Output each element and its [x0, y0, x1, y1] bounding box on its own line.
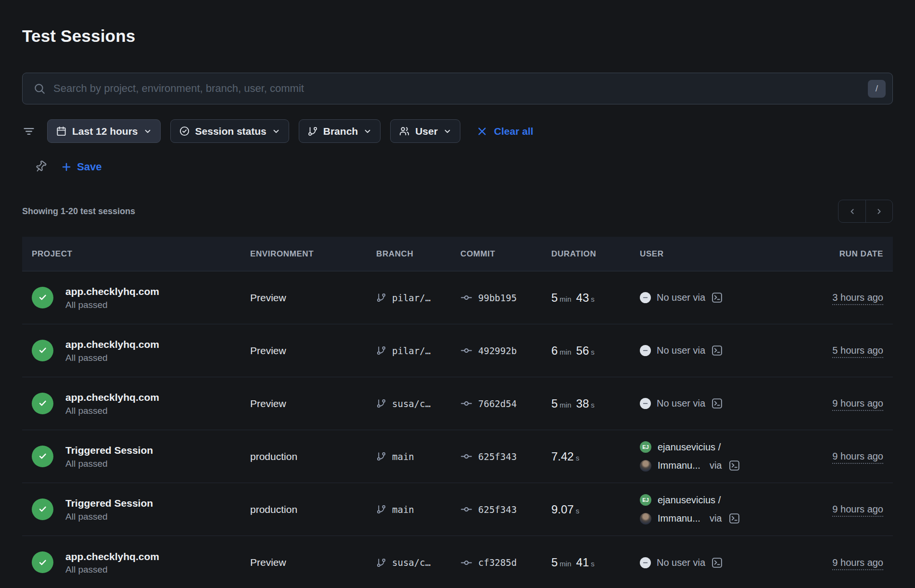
- no-user-row: No user via: [640, 292, 787, 304]
- clear-all-button[interactable]: Clear all: [477, 126, 534, 137]
- table-row[interactable]: Triggered Session All passed production …: [22, 430, 893, 483]
- commit-cell: cf3285d: [460, 557, 551, 569]
- branch-name: pilar/…: [392, 293, 431, 303]
- environment-cell: production: [250, 451, 376, 462]
- chevron-down-icon: [443, 127, 452, 136]
- branch-name: main: [392, 504, 414, 515]
- terminal-icon: [711, 397, 723, 409]
- branch-cell: pilar/…: [376, 345, 460, 356]
- branch-cell: susa/c…: [376, 557, 460, 568]
- duration-cell: 6min56s: [551, 344, 640, 358]
- commit-cell: 625f343: [460, 503, 551, 515]
- search-bar: /: [22, 73, 893, 104]
- table-row[interactable]: app.checklyhq.com All passed Preview sus…: [22, 536, 893, 588]
- user-cell: EJ ejanusevicius / Immanu... via: [640, 494, 787, 524]
- table-row[interactable]: Triggered Session All passed production …: [22, 483, 893, 536]
- user-name-1: ejanusevicius /: [658, 442, 721, 453]
- git-branch-icon: [376, 558, 386, 568]
- project-name: app.checklyhq.com: [65, 338, 159, 351]
- list-meta-row: Showing 1-20 test sessions: [22, 200, 893, 223]
- search-input[interactable]: [53, 82, 860, 95]
- project-name: app.checklyhq.com: [65, 285, 159, 298]
- chevron-down-icon: [363, 127, 372, 136]
- column-header-run-date: Run date: [787, 249, 883, 259]
- save-label: Save: [77, 161, 102, 173]
- commit-cell: 625f343: [460, 450, 551, 462]
- table-row[interactable]: app.checklyhq.com All passed Preview pil…: [22, 271, 893, 324]
- run-date-link[interactable]: 9 hours ago: [832, 451, 883, 464]
- project-cell: app.checklyhq.com All passed: [32, 391, 250, 416]
- check-circle-icon: [179, 126, 190, 137]
- terminal-icon: [711, 557, 723, 569]
- pin-icon[interactable]: [34, 160, 47, 174]
- table-row[interactable]: app.checklyhq.com All passed Preview sus…: [22, 377, 893, 430]
- project-name: app.checklyhq.com: [65, 550, 159, 563]
- chevron-down-icon: [272, 127, 280, 136]
- named-user-rows: EJ ejanusevicius / Immanu... via: [640, 494, 787, 524]
- filter-bar: Last 12 hours Session status Branch: [22, 119, 893, 143]
- project-name: app.checklyhq.com: [65, 391, 159, 404]
- column-header-environment: Environment: [250, 249, 376, 259]
- no-user-icon: [640, 398, 651, 409]
- time-range-filter[interactable]: Last 12 hours: [47, 119, 161, 143]
- user-filter[interactable]: User: [390, 119, 460, 143]
- session-status-label: Session status: [195, 126, 267, 137]
- terminal-icon: [711, 292, 723, 304]
- column-header-commit: Commit: [460, 249, 551, 259]
- chevron-down-icon: [143, 127, 152, 136]
- table-body: app.checklyhq.com All passed Preview pil…: [22, 271, 893, 588]
- branch-name: main: [392, 451, 414, 462]
- close-icon: [477, 126, 487, 137]
- next-page-button[interactable]: [865, 200, 892, 222]
- column-header-branch: Branch: [376, 249, 460, 259]
- no-user-row: No user via: [640, 397, 787, 409]
- project-status: All passed: [65, 353, 159, 363]
- no-user-row: No user via: [640, 345, 787, 357]
- run-date-link[interactable]: 3 hours ago: [832, 292, 883, 305]
- project-status: All passed: [65, 564, 159, 575]
- environment-cell: Preview: [250, 398, 376, 409]
- duration-cell: 5min41s: [551, 556, 640, 569]
- git-commit-icon: [460, 292, 472, 304]
- run-date-cell: 9 hours ago: [787, 504, 883, 515]
- save-button[interactable]: Save: [61, 161, 102, 173]
- branch-filter[interactable]: Branch: [299, 119, 381, 143]
- time-range-label: Last 12 hours: [72, 126, 138, 137]
- passed-check-icon: [32, 499, 53, 520]
- prev-page-button[interactable]: [839, 200, 865, 222]
- terminal-icon: [728, 460, 740, 472]
- passed-check-icon: [32, 551, 53, 573]
- project-cell: Triggered Session All passed: [32, 497, 250, 522]
- project-cell: Triggered Session All passed: [32, 444, 250, 469]
- user-cell: EJ ejanusevicius / Immanu... via: [640, 441, 787, 472]
- terminal-icon: [711, 345, 723, 357]
- no-user-label: No user via: [657, 345, 705, 356]
- no-user-label: No user via: [657, 557, 705, 568]
- table-row[interactable]: app.checklyhq.com All passed Preview pil…: [22, 324, 893, 377]
- passed-check-icon: [32, 393, 53, 414]
- git-branch-icon: [376, 293, 386, 303]
- save-row: Save: [22, 160, 893, 174]
- run-date-cell: 9 hours ago: [787, 557, 883, 568]
- session-status-filter[interactable]: Session status: [170, 119, 289, 143]
- no-user-icon: [640, 292, 651, 303]
- avatar: EJ: [640, 494, 651, 506]
- git-branch-icon: [376, 504, 386, 514]
- passed-check-icon: [32, 287, 53, 308]
- run-date-link[interactable]: 9 hours ago: [832, 557, 883, 570]
- duration-cell: 5min38s: [551, 397, 640, 410]
- run-date-link[interactable]: 5 hours ago: [832, 345, 883, 358]
- avatar: EJ: [640, 441, 651, 453]
- git-branch-icon: [376, 345, 386, 356]
- search-shortcut-badge: /: [868, 80, 886, 98]
- calendar-icon: [56, 126, 67, 137]
- named-user-rows: EJ ejanusevicius / Immanu... via: [640, 441, 787, 472]
- git-branch-icon: [376, 398, 386, 409]
- passed-check-icon: [32, 340, 53, 361]
- search-icon: [33, 82, 46, 95]
- branch-name: susa/c…: [392, 398, 431, 409]
- run-date-link[interactable]: 9 hours ago: [832, 398, 883, 411]
- run-date-link[interactable]: 9 hours ago: [832, 504, 883, 517]
- branch-cell: main: [376, 451, 460, 462]
- user-name-2: Immanu...: [658, 513, 700, 524]
